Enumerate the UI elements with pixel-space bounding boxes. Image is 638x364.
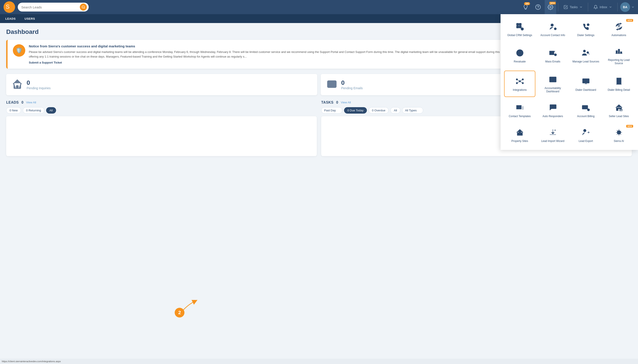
search-input[interactable] xyxy=(21,5,80,9)
menu-contact-templates[interactable]: Contact Templates xyxy=(504,99,535,122)
menu-mass-emails[interactable]: Mass Emails xyxy=(537,42,568,69)
ai-gear-icon: AI xyxy=(614,127,624,138)
svg-line-24 xyxy=(521,82,522,82)
menu-revaluate[interactable]: R Revaluate xyxy=(504,42,535,69)
tasks-view-all[interactable]: View All xyxy=(341,101,351,104)
header-actions: 182 NEW Tasks Inbox BA xyxy=(520,0,634,14)
svg-rect-38 xyxy=(582,106,588,109)
menu-property-sites[interactable]: Property Sites xyxy=(504,124,535,146)
leads-section-header: LEADS 0 View All xyxy=(6,100,317,104)
integrations-label: Integrations xyxy=(513,88,527,92)
tasks-type-filter[interactable]: All Types xyxy=(402,107,423,114)
svg-point-14 xyxy=(583,50,585,52)
menu-account-billing[interactable]: Account Billing xyxy=(570,99,601,122)
status-url: https://client.sierrainteractivedev.com/… xyxy=(2,360,61,363)
menu-dialer-dashboard[interactable]: Dialer Dashboard xyxy=(570,71,601,97)
leads-all-filter[interactable]: All xyxy=(46,107,56,114)
avatar-button[interactable]: BA xyxy=(620,2,630,12)
menu-manage-lead-sources[interactable]: Manage Lead Sources xyxy=(570,42,601,69)
menu-lead-import-wizard[interactable]: Lead Import Wizard xyxy=(537,124,568,146)
svg-rect-5 xyxy=(519,26,521,28)
r-circle-icon: R xyxy=(515,48,525,58)
leads-returning-filter[interactable]: 0 Returning xyxy=(23,107,44,114)
dialer-settings-label: Dialer Settings xyxy=(577,34,594,37)
svg-line-22 xyxy=(521,80,522,81)
svg-rect-4 xyxy=(517,26,519,28)
tasks-overdue-filter[interactable]: 0 Overdue xyxy=(369,107,389,114)
tasks-all-filter[interactable]: All xyxy=(390,107,400,114)
top-header: S 182 NEW Tasks Inbox xyxy=(0,0,638,14)
revaluate-label: Revaluate xyxy=(514,60,526,64)
leads-section: LEADS 0 View All 0 New 0 Returning All xyxy=(6,100,317,156)
dialer-billing-label: Dialer Billing Detail xyxy=(608,88,630,92)
tasks-nav-button[interactable]: Tasks xyxy=(560,0,586,14)
house-card-icon xyxy=(614,102,624,113)
search-button[interactable] xyxy=(80,4,87,11)
notice-avatar: 🛡️ xyxy=(13,44,25,57)
gear-grid-icon xyxy=(515,21,525,32)
help-button[interactable] xyxy=(532,0,544,14)
menu-seller-lead-sites[interactable]: Seller Lead Sites xyxy=(603,99,634,122)
global-crm-label: Global CRM Settings xyxy=(507,34,532,37)
stat-card-inquiries: 0 Pending Inquiries xyxy=(6,74,317,95)
leads-title: LEADS xyxy=(6,100,19,104)
leads-count: 0 xyxy=(22,100,24,104)
menu-automations[interactable]: Automations NEW xyxy=(603,18,634,41)
logo-button[interactable]: S xyxy=(4,1,15,13)
arrow-cycle-icon xyxy=(614,21,624,32)
nav-users[interactable]: USERS xyxy=(24,14,36,23)
lightbulb-badge: 182 xyxy=(524,2,530,5)
menu-account-contact[interactable]: Account Contact Info xyxy=(537,18,568,41)
tasks-time-filter[interactable]: Past Day xyxy=(321,107,342,114)
dialer-dashboard-label: Dialer Dashboard xyxy=(575,88,596,92)
inbox-nav-button[interactable]: Inbox xyxy=(590,0,616,14)
status-bar: https://client.sierrainteractivedev.com/… xyxy=(0,359,638,364)
svg-rect-41 xyxy=(619,109,622,111)
svg-point-26 xyxy=(551,80,551,81)
person-export-icon xyxy=(581,127,591,138)
accountability-dashboard-label: Accountability Dashboard xyxy=(539,86,567,94)
account-contact-label: Account Contact Info xyxy=(540,34,565,37)
dropdown-grid: Global CRM Settings Account Contact Info… xyxy=(504,18,634,146)
svg-line-23 xyxy=(518,82,519,82)
svg-point-28 xyxy=(553,80,554,80)
download-wand-icon xyxy=(548,127,558,138)
menu-sierra-ai[interactable]: AI Sierra AI NEW xyxy=(603,124,634,146)
menu-dialer-billing[interactable]: Dialer Billing Detail xyxy=(603,71,634,97)
sierra-ai-new-badge: NEW xyxy=(626,125,633,128)
header-divider-2 xyxy=(588,3,588,12)
gauge-screen-icon xyxy=(581,76,591,86)
header-divider xyxy=(558,3,558,12)
lightbulb-button[interactable]: 182 xyxy=(520,0,531,14)
chart-person-icon xyxy=(548,74,558,85)
leads-filter-row: 0 New 0 Returning All xyxy=(6,107,317,114)
automations-label: Automations xyxy=(611,34,626,37)
leads-view-all[interactable]: View All xyxy=(26,101,36,104)
inbox-label: Inbox xyxy=(600,5,607,9)
menu-auto-responders[interactable]: Auto Responders xyxy=(537,99,568,122)
tasks-due-today-filter[interactable]: 0 Due Today xyxy=(344,107,367,114)
svg-text:AI: AI xyxy=(618,131,619,134)
envelope-list-icon xyxy=(515,102,525,113)
svg-rect-2 xyxy=(517,23,519,26)
menu-global-crm[interactable]: Global CRM Settings xyxy=(504,18,535,41)
chart-bar-icon xyxy=(614,46,624,57)
property-sites-label: Property Sites xyxy=(511,140,528,143)
people-search-icon xyxy=(581,48,591,58)
chat-reply-icon xyxy=(548,102,558,113)
leads-new-filter[interactable]: 0 New xyxy=(6,107,21,114)
svg-point-20 xyxy=(522,82,524,84)
dial-gear-icon xyxy=(581,21,591,32)
settings-button[interactable]: NEW xyxy=(545,0,556,14)
menu-integrations[interactable]: Integrations xyxy=(504,71,535,97)
nav-leads[interactable]: LEADS xyxy=(5,14,17,23)
menu-reporting-lead-source[interactable]: Reporting by Lead Source xyxy=(603,42,634,69)
menu-lead-export[interactable]: Lead Export xyxy=(570,124,601,146)
sierra-ai-label: Sierra AI xyxy=(614,140,624,143)
envelope-gear-icon xyxy=(548,48,558,58)
receipt-icon xyxy=(614,76,624,86)
svg-rect-3 xyxy=(519,23,521,26)
menu-dialer-settings[interactable]: Dialer Settings xyxy=(570,18,601,41)
menu-accountability-dashboard[interactable]: Accountability Dashboard xyxy=(537,71,568,97)
auto-responders-label: Auto Responders xyxy=(542,115,563,118)
